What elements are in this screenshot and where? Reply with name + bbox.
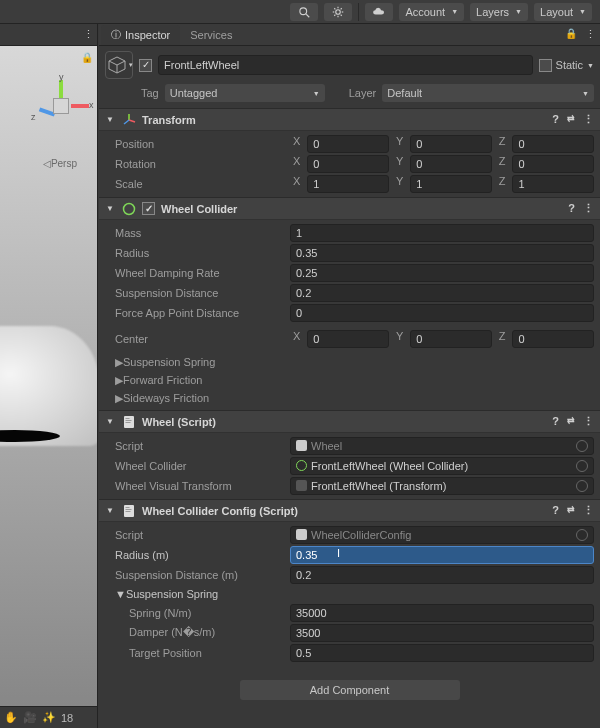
layout-dropdown[interactable]: Layout▼	[534, 3, 592, 21]
tab-services[interactable]: Services	[180, 26, 242, 44]
static-label: Static	[556, 59, 584, 71]
object-picker-icon[interactable]	[576, 440, 588, 452]
tab-inspector[interactable]: ⓘ Inspector	[101, 25, 180, 45]
scale-label: Scale	[105, 178, 290, 190]
mass-field[interactable]: 1	[290, 224, 594, 242]
help-icon[interactable]: ?	[552, 504, 559, 517]
settings-icon[interactable]	[324, 3, 352, 21]
center-y[interactable]: 0	[410, 330, 492, 348]
help-icon[interactable]: ?	[552, 113, 559, 126]
colliderconfig-header[interactable]: ▼ Wheel Collider Config (Script) ? ⇄ ⋮	[99, 499, 600, 522]
script-label: Script	[105, 529, 290, 541]
radius-label: Radius	[105, 247, 290, 259]
wheelscript-header[interactable]: ▼ Wheel (Script) ? ⇄ ⋮	[99, 410, 600, 433]
svg-rect-22	[125, 507, 129, 508]
cloud-icon[interactable]	[365, 3, 393, 21]
fold-icon[interactable]: ▼	[105, 506, 115, 515]
object-picker-icon[interactable]	[576, 529, 588, 541]
more-icon[interactable]: ⋮	[583, 504, 594, 517]
spring-field[interactable]: 35000	[290, 604, 594, 622]
fwdfriction-foldout[interactable]: ▶Forward Friction	[105, 371, 594, 389]
svg-line-9	[335, 14, 336, 15]
sidefriction-foldout[interactable]: ▶Sideways Friction	[105, 389, 594, 407]
scene-view[interactable]: 🔒 y x z ◁Persp	[0, 46, 97, 706]
target-label: Target Position	[105, 647, 290, 659]
gameobject-name-field[interactable]: FrontLeftWheel	[158, 55, 533, 75]
spring-label: Spring (N/m)	[105, 607, 290, 619]
more-icon[interactable]: ⋮	[585, 28, 596, 41]
rotation-y[interactable]: 0	[410, 155, 492, 173]
preset-icon[interactable]: ⇄	[567, 504, 575, 517]
damper-label: Damper (N�s/m)	[105, 626, 290, 639]
scale-z[interactable]: 1	[512, 175, 594, 193]
fold-icon[interactable]: ▼	[105, 115, 115, 124]
position-label: Position	[105, 138, 290, 150]
config-suspdist-field[interactable]: 0.2	[290, 566, 594, 584]
fold-icon[interactable]: ▼	[105, 204, 115, 213]
center-x[interactable]: 0	[307, 330, 389, 348]
wheelcollider-icon	[296, 460, 307, 471]
radius-field[interactable]: 0.35	[290, 244, 594, 262]
rotation-x[interactable]: 0	[307, 155, 389, 173]
suspspring-foldout[interactable]: ▶Suspension Spring	[105, 353, 594, 371]
inspector-panel: ⓘ Inspector Services 🔒 ⋮ ▾ FrontLeftWhee…	[99, 24, 600, 728]
forceapp-field[interactable]: 0	[290, 304, 594, 322]
config-radius-field[interactable]: 0.35I	[290, 546, 594, 564]
gameobject-enabled-checkbox[interactable]	[139, 59, 152, 72]
svg-rect-18	[125, 418, 129, 419]
tag-dropdown[interactable]: Untagged▼	[165, 84, 325, 102]
svg-line-1	[307, 14, 310, 17]
config-suspspring-foldout[interactable]: ▼Suspension Spring	[105, 585, 594, 603]
damper-field[interactable]: 3500	[290, 624, 594, 642]
layers-dropdown[interactable]: Layers▼	[470, 3, 528, 21]
position-x[interactable]: 0	[307, 135, 389, 153]
static-dropdown-icon[interactable]: ▼	[587, 62, 594, 69]
lock-icon[interactable]: 🔒	[81, 52, 93, 63]
target-field[interactable]: 0.5	[290, 644, 594, 662]
position-y[interactable]: 0	[410, 135, 492, 153]
fold-icon[interactable]: ▼	[105, 417, 115, 426]
account-dropdown[interactable]: Account▼	[399, 3, 464, 21]
object-picker-icon[interactable]	[576, 460, 588, 472]
visualtransform-field[interactable]: FrontLeftWheel (Transform)	[290, 477, 594, 495]
script-icon	[121, 503, 136, 518]
static-checkbox[interactable]	[539, 59, 552, 72]
more-icon[interactable]: ⋮	[83, 28, 94, 41]
gameobject-icon[interactable]: ▾	[105, 51, 133, 79]
lock-icon[interactable]: 🔒	[565, 28, 577, 41]
more-icon[interactable]: ⋮	[583, 415, 594, 428]
add-component-button[interactable]: Add Component	[240, 680, 460, 700]
text-cursor-icon: I	[337, 547, 340, 559]
script-label: Script	[105, 440, 290, 452]
script-icon	[121, 414, 136, 429]
wheelcollider-enabled-checkbox[interactable]	[142, 202, 155, 215]
wheelcollider-prop-field[interactable]: FrontLeftWheel (Wheel Collider)	[290, 457, 594, 475]
search-icon[interactable]	[290, 3, 318, 21]
suspdist-label: Suspension Distance	[105, 287, 290, 299]
more-icon[interactable]: ⋮	[583, 113, 594, 126]
more-icon[interactable]: ⋮	[583, 202, 594, 215]
position-z[interactable]: 0	[512, 135, 594, 153]
svg-rect-24	[125, 511, 130, 512]
preset-icon[interactable]: ⇄	[567, 415, 575, 428]
center-z[interactable]: 0	[512, 330, 594, 348]
tag-label: Tag	[141, 87, 159, 99]
layer-dropdown[interactable]: Default▼	[382, 84, 594, 102]
fx-icon[interactable]: ✨	[42, 711, 56, 725]
scale-x[interactable]: 1	[307, 175, 389, 193]
object-picker-icon[interactable]	[576, 480, 588, 492]
transform-header[interactable]: ▼ Transform ? ⇄ ⋮	[99, 108, 600, 131]
suspdist-field[interactable]: 0.2	[290, 284, 594, 302]
damping-field[interactable]: 0.25	[290, 264, 594, 282]
hand-icon[interactable]: ✋	[4, 711, 18, 725]
scale-y[interactable]: 1	[410, 175, 492, 193]
wheelcollider-header[interactable]: ▼ Wheel Collider ? ⋮	[99, 197, 600, 220]
rotation-z[interactable]: 0	[512, 155, 594, 173]
preset-icon[interactable]: ⇄	[567, 113, 575, 126]
camera-icon[interactable]: 🎥	[23, 711, 37, 725]
help-icon[interactable]: ?	[552, 415, 559, 428]
script-field[interactable]: WheelColliderConfig	[290, 526, 594, 544]
help-icon[interactable]: ?	[568, 202, 575, 215]
orientation-gizmo[interactable]: y x z	[31, 76, 91, 136]
script-field[interactable]: Wheel	[290, 437, 594, 455]
